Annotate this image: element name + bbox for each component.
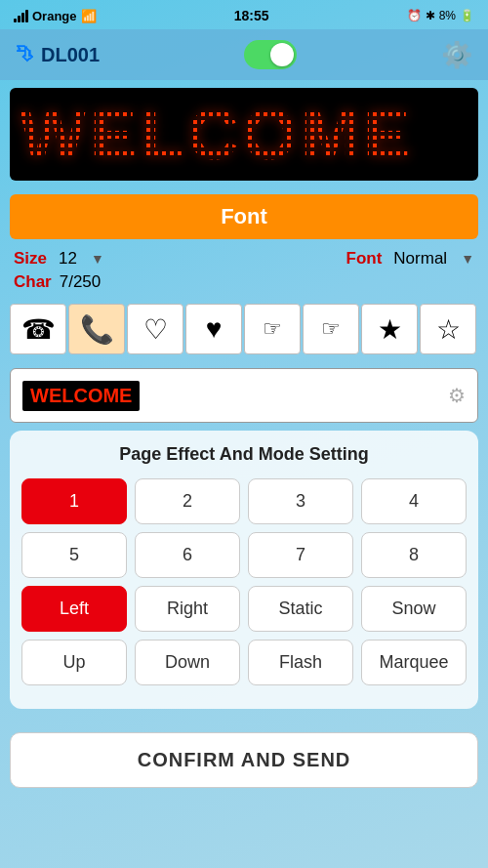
page-effect-card: Page Effect And Mode Setting 1 2 3 4 5 6… [10, 431, 478, 709]
font-dropdown-icon[interactable]: ▼ [461, 251, 474, 267]
char-value: 7/250 [60, 272, 102, 292]
icon-phone-filled[interactable]: 📞 [68, 304, 125, 354]
wifi-icon: 📶 [81, 9, 97, 23]
mode-btn-snow[interactable]: Snow [361, 586, 467, 632]
mode-btn-right[interactable]: Right [135, 586, 240, 632]
number-btn-7[interactable]: 7 [248, 532, 353, 578]
char-label: Char [14, 272, 52, 292]
size-font-row: Size 12 ▼ Font Normal ▼ [0, 245, 488, 272]
battery-icon: 🔋 [460, 9, 474, 22]
mode-btn-up[interactable]: Up [21, 640, 127, 685]
bluetooth-icon: ⮷ [16, 45, 33, 65]
signal-icon [14, 9, 28, 22]
icon-phone-outline[interactable]: ☎ [10, 304, 66, 354]
font-value: Normal [393, 249, 447, 269]
mode-btn-down[interactable]: Down [135, 640, 240, 685]
text-badge: WELCOME [22, 381, 140, 411]
number-btn-6[interactable]: 6 [135, 532, 240, 578]
device-name-label: DL001 [41, 44, 100, 66]
led-display: WELCOME [10, 88, 478, 181]
header-left: ⮷ DL001 [16, 44, 100, 66]
led-text: WELCOME [20, 95, 414, 175]
icon-heart-filled[interactable]: ♥ [185, 304, 242, 354]
mode-btn-static[interactable]: Static [248, 586, 353, 632]
mic-icon[interactable]: ⚙ [448, 384, 466, 407]
mode-btn-marquee[interactable]: Marquee [361, 640, 467, 685]
battery-label: 8% [439, 9, 456, 22]
font-button[interactable]: Font [10, 194, 478, 239]
mode-btn-left[interactable]: Left [21, 586, 127, 632]
font-label: Font [346, 249, 383, 269]
confirm-button[interactable]: CONFIRM AND SEND [10, 732, 478, 788]
mode-btn-flash[interactable]: Flash [248, 640, 353, 685]
icon-star-outline[interactable]: ☆ [420, 304, 476, 354]
text-input-area[interactable]: WELCOME ⚙ [10, 368, 478, 423]
icon-row: ☎ 📞 ♡ ♥ ☞ ☞ ★ ☆ [0, 298, 488, 360]
icon-hand-right-filled[interactable]: ☞ [303, 304, 359, 354]
icon-hand-right-outline[interactable]: ☞ [244, 304, 301, 354]
number-btn-8[interactable]: 8 [361, 532, 467, 578]
power-toggle[interactable] [244, 40, 297, 69]
size-dropdown-icon[interactable]: ▼ [91, 251, 104, 267]
number-btn-1[interactable]: 1 [21, 478, 127, 524]
number-btn-grid: 1 2 3 4 5 6 7 8 [21, 478, 467, 578]
number-btn-2[interactable]: 2 [135, 478, 240, 524]
size-label: Size [14, 249, 47, 269]
char-row: Char 7/250 [0, 272, 488, 298]
page-effect-title: Page Effect And Mode Setting [21, 444, 467, 465]
number-btn-5[interactable]: 5 [21, 532, 127, 578]
status-bar: Orange 📶 18:55 ⏰ ✱ 8% 🔋 [0, 0, 488, 29]
header-bar: ⮷ DL001 ⚙️ [0, 29, 488, 80]
size-value: 12 [59, 249, 77, 269]
number-btn-4[interactable]: 4 [361, 478, 467, 524]
mode-btn-grid: Left Right Static Snow Up Down Flash Mar… [21, 586, 467, 685]
icon-heart-outline[interactable]: ♡ [127, 304, 183, 354]
carrier-label: Orange [32, 9, 77, 23]
bluetooth-status-icon: ✱ [426, 9, 435, 22]
toggle-thumb [270, 43, 294, 66]
time-display: 18:55 [234, 8, 269, 23]
settings-icon[interactable]: ⚙️ [441, 40, 472, 70]
status-left: Orange 📶 [14, 9, 97, 23]
icon-star-filled[interactable]: ★ [361, 304, 418, 354]
number-btn-3[interactable]: 3 [248, 478, 353, 524]
status-right: ⏰ ✱ 8% 🔋 [407, 9, 474, 22]
alarm-icon: ⏰ [407, 9, 422, 22]
